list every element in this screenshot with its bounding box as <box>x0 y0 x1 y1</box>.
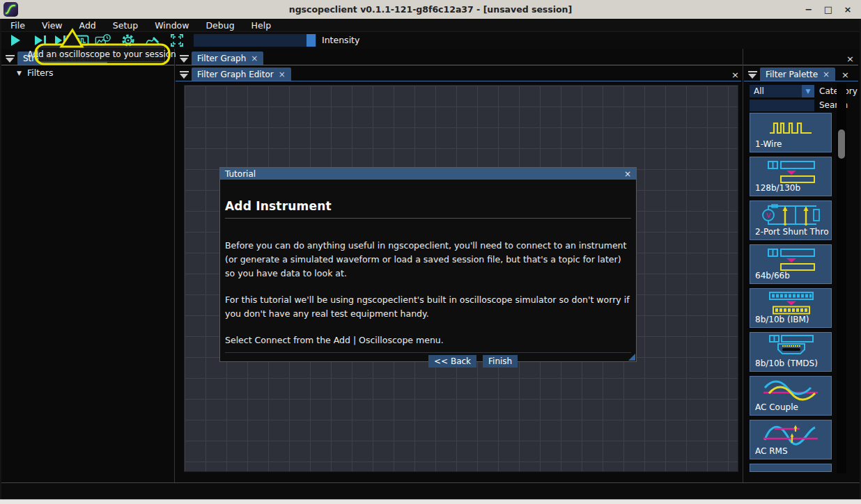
menu-help[interactable]: Help <box>251 20 272 31</box>
palette-tab-underline <box>744 81 858 81</box>
filter-pen-icon[interactable] <box>145 33 162 48</box>
close-icon[interactable]: × <box>624 169 631 179</box>
dock-splitter-left[interactable] <box>174 49 175 482</box>
dialog-heading: Add Instrument <box>225 199 631 213</box>
palette-scrollbar-handle[interactable] <box>838 129 845 159</box>
close-button[interactable]: × <box>843 4 853 15</box>
window-menu-icon[interactable] <box>180 71 189 79</box>
tree-node-filters[interactable]: ▼ Filters <box>17 68 53 78</box>
close-icon[interactable]: × <box>846 54 854 64</box>
palette-item-64b66b[interactable]: 64b/66b <box>750 244 832 284</box>
chevron-down-icon[interactable]: ▼ <box>802 85 814 97</box>
category-dropdown-value: All <box>750 86 802 96</box>
menu-view[interactable]: View <box>42 20 63 31</box>
ngscopeclient-window: { "window": { "title": "ngscopeclient v0… <box>0 0 861 504</box>
single-trigger-icon[interactable] <box>32 33 49 48</box>
close-icon[interactable]: × <box>823 70 830 79</box>
intensity-slider-handle[interactable] <box>307 34 316 47</box>
line-code-icon <box>750 159 831 184</box>
back-button[interactable]: << Back <box>428 355 476 368</box>
palette-item-8b10b-ibm[interactable]: 8b/10b (IBM) <box>750 288 832 328</box>
separator <box>225 352 631 353</box>
line-code-icon <box>750 246 831 271</box>
add-oscilloscope-icon[interactable] <box>72 33 89 48</box>
menu-debug[interactable]: Debug <box>205 20 234 31</box>
hdmi-connector-icon <box>750 334 831 359</box>
dialog-title: Tutorial <box>225 169 256 179</box>
menu-add[interactable]: Add <box>79 20 96 31</box>
tab-filter-graph-editor[interactable]: Filter Graph Editor × <box>192 68 291 81</box>
close-icon[interactable]: × <box>841 70 849 80</box>
intensity-label: Intensity <box>322 35 359 45</box>
history-icon[interactable] <box>95 33 111 48</box>
window-bottom-edge <box>0 499 861 504</box>
editor-tabbar: Filter Graph Editor × <box>176 68 741 81</box>
tutorial-dialog-titlebar[interactable]: Tutorial × <box>220 168 636 180</box>
multi-trigger-icon[interactable] <box>53 33 70 48</box>
palette-item-128b130b[interactable]: 128b/130b <box>750 157 832 196</box>
editor-tab-underline <box>176 81 741 81</box>
tooltip: Add an oscilloscope to your session <box>38 47 165 62</box>
window-menu-icon[interactable] <box>748 71 757 79</box>
separator <box>225 218 631 219</box>
segmented-code-icon <box>750 290 831 315</box>
menu-setup[interactable]: Setup <box>113 20 138 31</box>
finish-button[interactable]: Finish <box>483 355 518 368</box>
menubar: File View Add Setup Window Debug Help <box>1 19 860 32</box>
shunt-circuit-icon: V <box>750 203 831 228</box>
window-title: ngscopeclient v0.1.1-121-g8f6c12a37 - [u… <box>0 4 861 15</box>
dialog-button-row: << Back Finish <box>225 355 631 368</box>
maximize-button[interactable]: □ <box>823 4 833 15</box>
close-icon[interactable]: × <box>279 70 286 79</box>
category-dropdown[interactable]: All ▼ <box>750 85 814 97</box>
palette-item-ac-couple[interactable]: AC Couple <box>750 376 832 416</box>
close-icon[interactable]: × <box>251 54 258 63</box>
tooltip-text: Add an oscilloscope to your session <box>27 49 176 59</box>
menu-window[interactable]: Window <box>155 20 189 31</box>
palette-item-2port-shunt[interactable]: V 2-Port Shunt Thro <box>750 200 832 240</box>
intensity-slider[interactable] <box>194 34 316 47</box>
palette-scrollbar[interactable] <box>837 84 846 473</box>
tree-node-label: Filters <box>27 68 53 78</box>
statusbar <box>1 482 860 499</box>
titlebar: ngscopeclient v0.1.1-121-g8f6c12a37 - [u… <box>0 0 861 19</box>
ac-rms-icon <box>750 422 831 447</box>
dock-splitter-right[interactable] <box>743 49 743 482</box>
palette-item-partial[interactable] <box>750 464 832 472</box>
palette-item-8b10b-tmds[interactable]: 8b/10b (TMDS) <box>750 332 832 372</box>
center-top-tabbar: Filter Graph × <box>176 52 858 65</box>
ac-couple-icon <box>750 378 831 403</box>
close-icon[interactable]: × <box>731 70 739 80</box>
center-tab-underline <box>176 65 858 65</box>
svg-text:V: V <box>766 212 771 219</box>
dialog-paragraph-1: Before you can do anything useful in ngs… <box>225 239 630 281</box>
menu-file[interactable]: File <box>10 20 25 31</box>
settings-gear-icon[interactable] <box>120 33 137 48</box>
window-menu-icon[interactable] <box>6 55 15 63</box>
run-icon[interactable] <box>7 33 24 48</box>
fullscreen-icon[interactable] <box>169 33 185 48</box>
palette-item-ac-rms[interactable]: AC RMS <box>750 420 832 459</box>
search-input[interactable] <box>750 100 814 111</box>
window-controls: − □ × <box>804 4 861 15</box>
dialog-paragraph-3: Select Connect from the Add | Oscillosco… <box>225 333 630 347</box>
tab-filter-graph[interactable]: Filter Graph × <box>192 52 263 65</box>
tutorial-dialog-body: Add Instrument Before you can do anythin… <box>220 199 636 368</box>
left-tab-underline <box>1 65 174 65</box>
dialog-paragraph-2: For this tutorial we'll be using ngscope… <box>225 293 630 321</box>
tree-expand-icon[interactable]: ▼ <box>17 70 22 77</box>
palette-item-1wire[interactable]: 1-Wire <box>750 113 832 152</box>
window-menu-icon[interactable] <box>180 55 189 63</box>
resize-grip[interactable] <box>628 354 635 361</box>
square-wave-icon <box>750 115 831 140</box>
tutorial-dialog: Tutorial × Add Instrument Before you can… <box>219 167 637 362</box>
minimize-button[interactable]: − <box>804 4 814 15</box>
tab-filter-palette[interactable]: Filter Palette × <box>760 68 835 81</box>
